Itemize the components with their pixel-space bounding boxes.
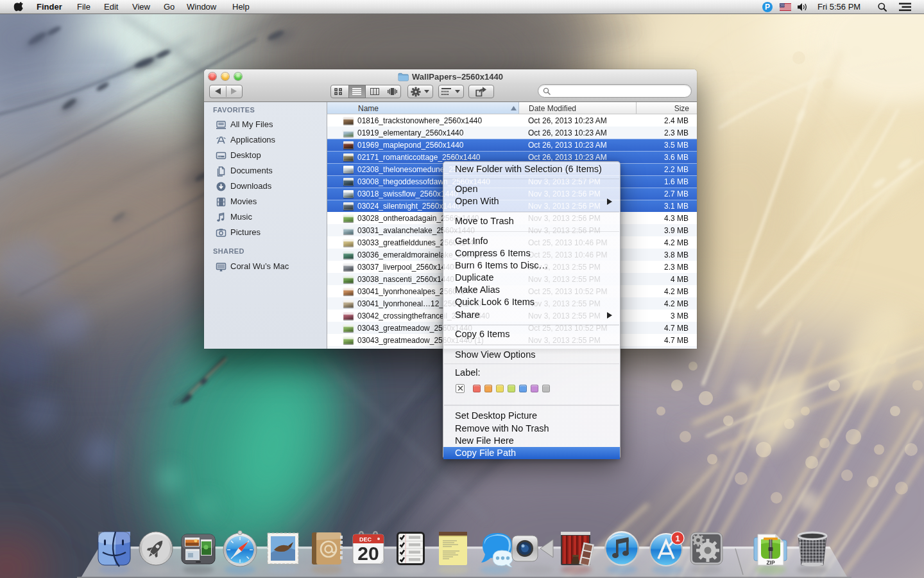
svg-text:20: 20 xyxy=(357,543,379,564)
svg-text:1: 1 xyxy=(675,534,680,543)
svg-text:ZIP: ZIP xyxy=(766,559,775,566)
svg-text:P: P xyxy=(765,3,770,12)
svg-text:DEC: DEC xyxy=(359,536,372,543)
